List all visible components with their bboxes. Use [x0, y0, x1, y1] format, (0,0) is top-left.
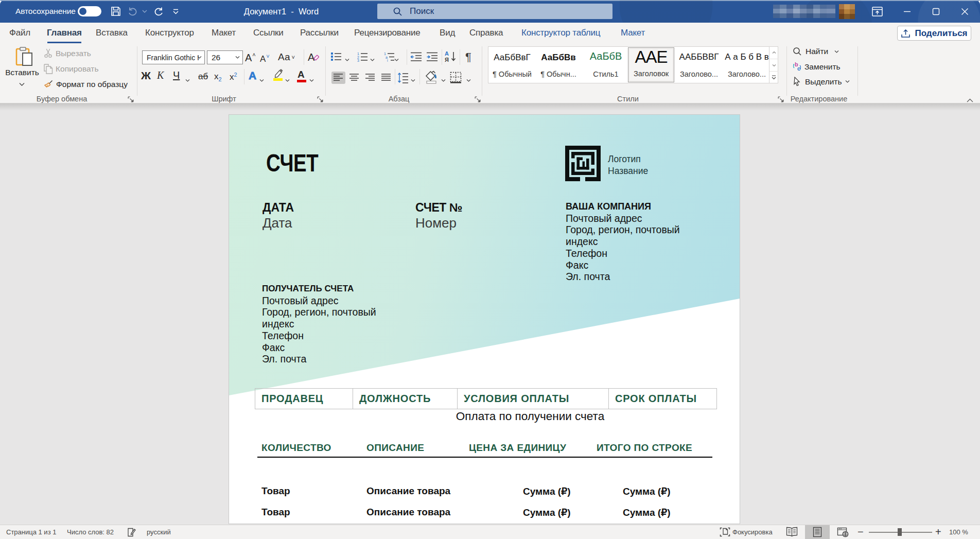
- svg-text:3: 3: [357, 59, 359, 62]
- svg-text:Я: Я: [445, 57, 449, 63]
- svg-text:i: i: [387, 59, 388, 62]
- svg-text:А: А: [445, 50, 449, 57]
